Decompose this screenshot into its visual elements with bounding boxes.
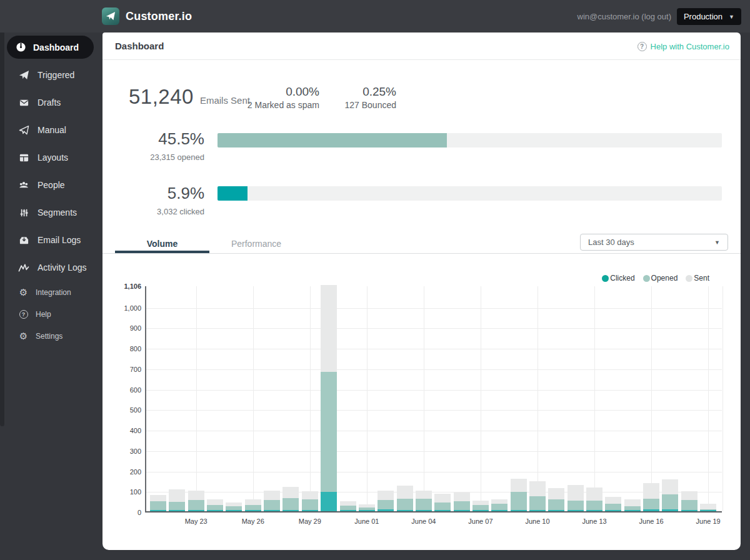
bar-may-24[interactable] [207,499,223,511]
help-with-customerio-link[interactable]: ? Help with Customer.io [638,32,729,60]
x-tick-label: June 07 [459,518,502,525]
sidebar-item-label: Dashboard [33,42,79,52]
seg-clicked [548,510,564,511]
seg-clicked [264,510,280,511]
chevron-down-icon: ▼ [714,239,720,246]
clicked-progress-fill [218,186,248,201]
clicked-progress-bar [218,186,722,201]
bar-june-09[interactable] [511,479,527,511]
bar-june-14[interactable] [605,497,621,511]
seg-clicked [434,510,451,511]
gridline-v [651,286,652,511]
gridline-h [146,308,722,309]
bar-may-21[interactable] [150,495,166,511]
sidebar-item-drafts[interactable]: Drafts [0,89,102,116]
bar-may-28[interactable] [282,487,299,511]
bar-may-23[interactable] [188,491,204,511]
sidebar-item-email-logs[interactable]: Email Logs [0,226,102,254]
spam-percent: 0.00% [228,85,319,99]
bar-june-17[interactable] [662,479,678,511]
gridline-v [481,286,481,511]
bar-june-07[interactable] [472,501,489,511]
sidebar-item-integration[interactable]: ⚙Integration [0,281,102,303]
seg-clicked [340,510,356,511]
sidebar-item-label: Layouts [38,152,68,162]
y-tick-label: 0 [101,509,141,516]
seg-clicked [472,510,489,511]
gridline-v [253,286,254,511]
envelope-icon [18,97,29,108]
bar-june-03[interactable] [397,486,413,511]
opened-progress-fill [218,133,447,148]
legend-item-opened[interactable]: Opened [643,274,678,282]
bar-june-08[interactable] [491,499,508,511]
bar-june-11[interactable] [548,488,564,511]
opened-percent: 45.5% [115,129,204,149]
sidebar-item-layouts[interactable]: Layouts [0,144,102,171]
bar-may-27[interactable] [264,491,280,511]
bar-june-04[interactable] [416,491,432,511]
sidebar-item-label: Activity Logs [38,262,87,272]
tab-performance[interactable]: Performance [209,239,303,251]
bar-june-13[interactable] [586,488,602,511]
bar-may-31[interactable] [340,501,356,511]
sidebar-item-label: Drafts [38,98,61,108]
bar-may-29[interactable] [302,491,318,511]
gridline-v [722,286,723,511]
bar-june-02[interactable] [378,491,394,511]
bar-june-05[interactable] [434,494,451,511]
page-title: Dashboard [115,41,164,51]
layout-icon [18,152,29,163]
seg-clicked [150,510,166,511]
spam-label: 2 Marked as spam [228,100,319,110]
gridline-v [310,286,311,511]
sidebar-item-dashboard[interactable]: Dashboard [7,36,94,59]
bar-may-30[interactable] [321,285,337,511]
bar-june-19[interactable] [700,504,716,511]
gear-icon: ⚙ [19,288,28,297]
bounced-stat: 0.25% 127 Bounced [309,85,396,110]
x-tick-label: May 23 [174,518,218,525]
emails-sent-value: 51,240 [129,85,194,109]
sent-dot-icon [686,275,692,282]
bar-june-06[interactable] [454,492,470,511]
legend-item-sent[interactable]: Sent [686,274,709,282]
seg-clicked [586,510,602,511]
sidebar-item-activity-logs[interactable]: Activity Logs [0,254,102,281]
bar-june-12[interactable] [568,485,584,511]
y-tick-label: 700 [101,366,141,373]
sidebar-item-settings[interactable]: ⚙Settings [0,325,102,347]
sidebar-item-help[interactable]: ?Help [0,303,102,325]
gauge-icon [15,42,26,53]
bar-may-26[interactable] [245,499,261,511]
y-tick-label: 500 [101,406,141,414]
sidebar-item-manual[interactable]: Manual [0,116,102,144]
bar-june-16[interactable] [643,483,659,511]
seg-clicked [207,510,223,511]
seg-clicked [416,510,432,511]
tab-volume[interactable]: Volume [115,239,209,251]
sidebar-item-triggered[interactable]: Triggered [0,61,102,89]
sidebar-item-people[interactable]: People [0,171,102,199]
legend-item-clicked[interactable]: Clicked [602,274,634,282]
clicked-percent: 5.9% [115,184,204,203]
seg-clicked [282,510,299,511]
top-bar: Customer.io win@customer.io (log out) Pr… [0,0,750,32]
sidebar-item-segments[interactable]: Segments [0,199,102,226]
seg-clicked [605,510,621,511]
seg-opened [282,498,299,511]
bar-june-15[interactable] [624,499,641,511]
account-email-logout[interactable]: win@customer.io (log out) [578,0,671,32]
bar-may-25[interactable] [226,502,242,511]
bar-june-10[interactable] [529,481,546,511]
brand: Customer.io [102,0,192,32]
seg-clicked [245,510,261,511]
bar-june-01[interactable] [359,504,375,511]
x-tick-label: May 29 [288,518,332,525]
environment-dropdown[interactable]: Production ▼ [677,8,741,25]
bar-may-22[interactable] [169,489,185,511]
y-tick-label: 600 [101,386,141,394]
opened-progress-bar [218,133,722,148]
bar-june-18[interactable] [681,491,698,511]
date-range-select[interactable]: Last 30 days ▼ [580,234,728,251]
